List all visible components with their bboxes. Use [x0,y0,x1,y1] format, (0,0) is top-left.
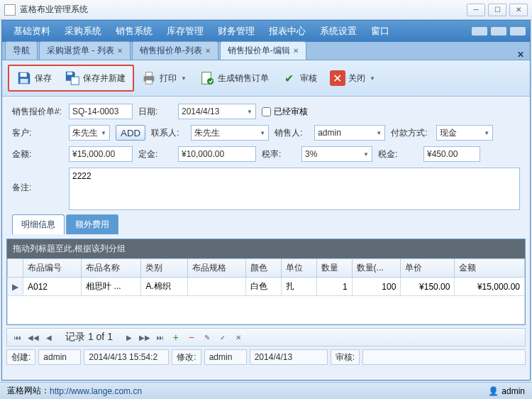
pay-method-field[interactable]: 现金▼ [436,125,493,141]
tab-purchase-return-list[interactable]: 采购退货单 - 列表✕ [39,41,131,60]
create-label: 创建: [6,349,35,365]
audit-label: 审核: [331,349,360,365]
nav-edit-button[interactable]: ✎ [201,331,214,344]
menu-basic-data[interactable]: 基础资料 [6,21,57,42]
site-label: 蓝格网站： [7,385,50,397]
quote-no-field[interactable]: SQ-14-0003 [69,104,133,119]
col-qty2[interactable]: 数量(... [352,259,401,278]
tax-rate-field[interactable]: 3%▼ [301,146,372,162]
col-price[interactable]: 单价 [401,259,455,278]
col-name[interactable]: 布品名称 [82,259,141,278]
record-navigator: ⏮ ◀◀ ◀ 记录 1 of 1 ▶ ▶▶ ⏭ + − ✎ ✓ ✕ [6,328,526,346]
chevron-down-icon[interactable]: ▼ [181,75,187,82]
print-button[interactable]: 打印▼ [135,67,192,89]
save-button[interactable]: 保存 [11,67,57,89]
nav-check-button[interactable]: ✓ [216,331,229,344]
menu-reports[interactable]: 报表中心 [262,21,313,42]
col-amount[interactable]: 金额 [455,259,525,278]
svg-rect-1 [21,79,28,83]
chevron-down-icon: ▼ [376,130,382,136]
deposit-field[interactable]: ¥10,000.00 [178,146,256,162]
close-icon[interactable]: ✕ [205,47,211,55]
svg-rect-3 [71,77,79,84]
col-color[interactable]: 颜色 [245,259,281,278]
col-qty[interactable]: 数量 [316,259,352,278]
site-link[interactable]: http://www.lange.com.cn [50,386,142,396]
customer-field[interactable]: 朱先生▼ [69,125,110,141]
remarks-textarea[interactable] [69,168,520,210]
col-spec[interactable]: 布品规格 [187,259,245,278]
table-row[interactable]: ▶ A012 相思叶 ... A.棉织 白色 扎 1 100 ¥150.00 ¥… [8,278,525,296]
nav-cancel-button[interactable]: ✕ [232,331,245,344]
window-minimize-button[interactable]: ─ [467,4,485,16]
group-by-hint[interactable]: 拖动列标题至此,根据该列分组 [7,239,525,258]
date-field[interactable]: 2014/4/13▼ [178,104,256,119]
window-maximize-button[interactable]: ☐ [488,4,506,16]
menu-inventory[interactable]: 库存管理 [160,21,211,42]
add-customer-button[interactable]: ADD [116,125,145,141]
close-icon[interactable]: ✕ [117,47,123,55]
tabs-close-all[interactable]: ✕ [517,50,524,60]
col-category[interactable]: 类别 [141,259,187,278]
nav-last-button[interactable]: ⏭ [154,331,167,344]
menu-finance[interactable]: 财务管理 [211,21,262,42]
menu-settings[interactable]: 系统设置 [313,21,364,42]
menu-window[interactable]: 窗口 [364,21,397,42]
row-indicator-icon: ▶ [8,278,23,296]
detail-grid: 拖动列标题至此,根据该列分组 布品编号 布品名称 类别 布品规格 颜色 单位 数… [6,239,526,325]
modify-user: admin [204,349,247,365]
audit-info-bar: 创建: admin 2014/4/13 15:54:2 修改: admin 20… [6,349,526,365]
nav-prev-button[interactable]: ◀ [43,331,55,344]
nav-add-button[interactable]: + [170,331,182,344]
nav-delete-button[interactable]: − [185,331,198,344]
save-new-icon [65,70,80,86]
chevron-down-icon[interactable]: ▼ [370,75,375,82]
date-label: 日期: [138,106,172,118]
tab-navigation[interactable]: 导航 [5,41,38,60]
nav-first-button[interactable]: ⏮ [11,331,24,344]
col-unit[interactable]: 单位 [281,259,316,278]
status-bar: 蓝格网站： http://www.lange.com.cn 👤 admin [0,382,532,399]
highlighted-save-group: 保存 保存并新建 [8,65,134,92]
remarks-label: 备注: [12,168,63,194]
nav-next-button[interactable]: ▶ [123,331,135,344]
generate-sales-order-button[interactable]: 生成销售订单 [194,67,275,89]
chevron-down-icon: ▼ [101,130,106,136]
create-time: 2014/4/13 15:54:2 [84,349,169,365]
user-icon: 👤 [488,386,499,396]
svg-rect-6 [145,80,152,84]
grid-header-row: 布品编号 布品名称 类别 布品规格 颜色 单位 数量 数量(... 单价 金额 [8,259,525,278]
tax-rate-label: 税率: [262,148,296,160]
nav-prev-page-button[interactable]: ◀◀ [27,331,40,344]
document-tabs: 导航 采购退货单 - 列表✕ 销售报价单-列表✕ 销售报价单-编辑✕ ✕ [2,42,530,60]
modify-time: 2014/4/13 [250,349,328,365]
window-close-button[interactable]: ✕ [509,4,528,16]
menu-sales[interactable]: 销售系统 [109,21,160,42]
window-title: 蓝格布业管理系统 [20,4,467,16]
col-code[interactable]: 布品编号 [23,259,82,278]
audited-checkbox[interactable]: 已经审核 [262,106,308,118]
close-button[interactable]: ✕ 关闭▼ [324,67,381,89]
quote-no-label: 销售报价单#: [12,106,63,118]
save-and-new-button[interactable]: 保存并新建 [59,67,131,89]
svg-point-8 [207,78,214,84]
tab-detail-info[interactable]: 明细信息 [12,214,65,234]
generate-icon [199,70,215,86]
record-counter: 记录 1 of 1 [58,331,120,344]
tab-sales-quote-list[interactable]: 销售报价单-列表✕ [132,41,218,60]
tab-extra-fee[interactable]: 额外费用 [66,214,118,234]
nav-next-page-button[interactable]: ▶▶ [138,331,151,344]
toolbar: 保存 保存并新建 打印▼ 生成销售订单 ✔ 审核 ✕ [8,65,524,92]
window-titlebar: 蓝格布业管理系统 ─ ☐ ✕ [0,0,532,20]
tax-label: 税金: [378,148,418,160]
tab-sales-quote-edit[interactable]: 销售报价单-编辑✕ [220,41,306,60]
modify-label: 修改: [172,349,201,365]
close-icon[interactable]: ✕ [293,47,299,55]
contact-label: 联系人: [151,127,185,139]
audit-button[interactable]: ✔ 审核 [276,67,323,89]
salesman-field[interactable]: admin▼ [314,125,385,141]
audit-user [362,349,526,365]
print-icon [141,70,157,86]
menu-purchase[interactable]: 采购系统 [57,21,109,42]
contact-field[interactable]: 朱先生▼ [191,125,269,141]
